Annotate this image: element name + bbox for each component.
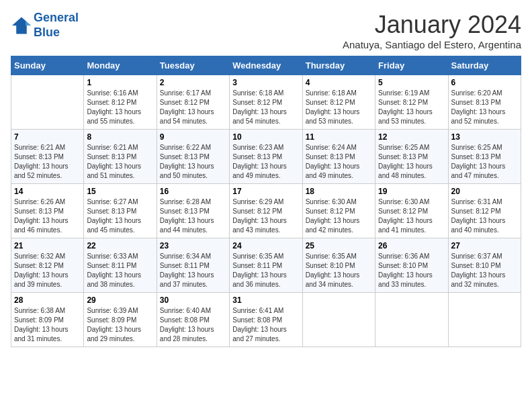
calendar-cell: 5 Sunrise: 6:19 AM Sunset: 8:12 PM Dayli… [375, 75, 448, 130]
logo-icon [11, 16, 32, 35]
day-number: 14 [14, 187, 81, 196]
day-info: Sunrise: 6:30 AM Sunset: 8:12 PM Dayligh… [378, 197, 445, 235]
day-info: Sunrise: 6:36 AM Sunset: 8:10 PM Dayligh… [378, 252, 445, 289]
calendar-cell: 20 Sunrise: 6:31 AM Sunset: 8:12 PM Dayl… [448, 184, 521, 238]
day-number: 4 [306, 78, 372, 87]
day-info: Sunrise: 6:22 AM Sunset: 8:13 PM Dayligh… [160, 143, 226, 181]
calendar-cell: 2 Sunrise: 6:17 AM Sunset: 8:12 PM Dayli… [157, 75, 229, 130]
day-number: 29 [87, 295, 153, 305]
calendar-cell: 30 Sunrise: 6:40 AM Sunset: 8:08 PM Dayl… [157, 293, 229, 347]
calendar-cell: 21 Sunrise: 6:32 AM Sunset: 8:12 PM Dayl… [11, 238, 84, 293]
day-number: 2 [160, 78, 226, 87]
weekday-header-saturday: Saturday [448, 56, 521, 75]
day-info: Sunrise: 6:29 AM Sunset: 8:12 PM Dayligh… [232, 197, 299, 235]
calendar-cell: 16 Sunrise: 6:28 AM Sunset: 8:13 PM Dayl… [157, 184, 229, 238]
calendar-cell: 11 Sunrise: 6:24 AM Sunset: 8:13 PM Dayl… [302, 130, 375, 184]
day-info: Sunrise: 6:17 AM Sunset: 8:12 PM Dayligh… [160, 89, 226, 126]
calendar-cell [302, 293, 375, 347]
calendar-cell: 8 Sunrise: 6:21 AM Sunset: 8:13 PM Dayli… [84, 130, 157, 184]
week-row-1: 1 Sunrise: 6:16 AM Sunset: 8:12 PM Dayli… [11, 75, 521, 130]
day-number: 26 [378, 241, 445, 250]
day-number: 6 [451, 78, 518, 87]
day-info: Sunrise: 6:33 AM Sunset: 8:11 PM Dayligh… [87, 252, 153, 289]
day-info: Sunrise: 6:18 AM Sunset: 8:12 PM Dayligh… [306, 89, 372, 126]
weekday-header-thursday: Thursday [302, 56, 375, 75]
week-row-2: 7 Sunrise: 6:21 AM Sunset: 8:13 PM Dayli… [11, 130, 521, 184]
day-number: 24 [232, 241, 299, 250]
location-subtitle: Anatuya, Santiago del Estero, Argentina [343, 39, 521, 50]
calendar-cell: 10 Sunrise: 6:23 AM Sunset: 8:13 PM Dayl… [230, 130, 302, 184]
calendar-cell [375, 293, 448, 347]
weekday-header-friday: Friday [375, 56, 448, 75]
weekday-header-row: SundayMondayTuesdayWednesdayThursdayFrid… [11, 56, 521, 75]
month-title: January 2024 [343, 11, 521, 39]
calendar-cell: 27 Sunrise: 6:37 AM Sunset: 8:10 PM Dayl… [448, 238, 521, 293]
day-number: 7 [14, 132, 81, 142]
day-number: 1 [87, 78, 153, 87]
day-info: Sunrise: 6:26 AM Sunset: 8:13 PM Dayligh… [14, 197, 81, 235]
calendar-cell: 6 Sunrise: 6:20 AM Sunset: 8:13 PM Dayli… [448, 75, 521, 130]
day-info: Sunrise: 6:37 AM Sunset: 8:10 PM Dayligh… [451, 252, 518, 289]
day-info: Sunrise: 6:23 AM Sunset: 8:13 PM Dayligh… [232, 143, 299, 181]
day-number: 28 [14, 295, 81, 305]
calendar-cell: 15 Sunrise: 6:27 AM Sunset: 8:13 PM Dayl… [84, 184, 157, 238]
day-info: Sunrise: 6:35 AM Sunset: 8:11 PM Dayligh… [232, 252, 299, 289]
calendar-cell: 25 Sunrise: 6:35 AM Sunset: 8:10 PM Dayl… [302, 238, 375, 293]
calendar-cell: 1 Sunrise: 6:16 AM Sunset: 8:12 PM Dayli… [84, 75, 157, 130]
day-info: Sunrise: 6:27 AM Sunset: 8:13 PM Dayligh… [87, 197, 153, 235]
calendar-cell: 14 Sunrise: 6:26 AM Sunset: 8:13 PM Dayl… [11, 184, 84, 238]
day-number: 31 [232, 295, 299, 305]
day-number: 8 [87, 132, 153, 142]
day-info: Sunrise: 6:35 AM Sunset: 8:10 PM Dayligh… [306, 252, 372, 289]
day-number: 11 [306, 132, 372, 142]
weekday-header-monday: Monday [84, 56, 157, 75]
title-block: January 2024 Anatuya, Santiago del Ester… [343, 11, 521, 50]
day-info: Sunrise: 6:25 AM Sunset: 8:13 PM Dayligh… [378, 143, 445, 181]
day-number: 9 [160, 132, 226, 142]
calendar-cell: 28 Sunrise: 6:38 AM Sunset: 8:09 PM Dayl… [11, 293, 84, 347]
day-number: 15 [87, 187, 153, 196]
day-number: 16 [160, 187, 226, 196]
day-number: 13 [451, 132, 518, 142]
logo-text: General Blue [34, 11, 79, 40]
page-header: General Blue January 2024 Anatuya, Santi… [11, 11, 521, 50]
day-info: Sunrise: 6:31 AM Sunset: 8:12 PM Dayligh… [451, 197, 518, 235]
day-info: Sunrise: 6:21 AM Sunset: 8:13 PM Dayligh… [87, 143, 153, 181]
calendar-cell: 3 Sunrise: 6:18 AM Sunset: 8:12 PM Dayli… [230, 75, 302, 130]
day-info: Sunrise: 6:16 AM Sunset: 8:12 PM Dayligh… [87, 89, 153, 126]
day-number: 3 [232, 78, 299, 87]
day-info: Sunrise: 6:40 AM Sunset: 8:08 PM Dayligh… [160, 306, 226, 344]
weekday-header-wednesday: Wednesday [230, 56, 302, 75]
logo: General Blue [11, 11, 79, 40]
calendar-cell: 13 Sunrise: 6:25 AM Sunset: 8:13 PM Dayl… [448, 130, 521, 184]
day-number: 23 [160, 241, 226, 250]
day-number: 20 [451, 187, 518, 196]
day-number: 10 [232, 132, 299, 142]
calendar-cell: 17 Sunrise: 6:29 AM Sunset: 8:12 PM Dayl… [230, 184, 302, 238]
day-number: 19 [378, 187, 445, 196]
calendar-cell: 31 Sunrise: 6:41 AM Sunset: 8:08 PM Dayl… [230, 293, 302, 347]
calendar-cell: 26 Sunrise: 6:36 AM Sunset: 8:10 PM Dayl… [375, 238, 448, 293]
calendar-cell: 19 Sunrise: 6:30 AM Sunset: 8:12 PM Dayl… [375, 184, 448, 238]
day-info: Sunrise: 6:24 AM Sunset: 8:13 PM Dayligh… [306, 143, 372, 181]
calendar-cell: 4 Sunrise: 6:18 AM Sunset: 8:12 PM Dayli… [302, 75, 375, 130]
day-info: Sunrise: 6:25 AM Sunset: 8:13 PM Dayligh… [451, 143, 518, 181]
day-number: 22 [87, 241, 153, 250]
day-number: 5 [378, 78, 445, 87]
weekday-header-tuesday: Tuesday [157, 56, 229, 75]
day-number: 17 [232, 187, 299, 196]
day-number: 12 [378, 132, 445, 142]
calendar-cell: 23 Sunrise: 6:34 AM Sunset: 8:11 PM Dayl… [157, 238, 229, 293]
calendar-cell: 18 Sunrise: 6:30 AM Sunset: 8:12 PM Dayl… [302, 184, 375, 238]
week-row-3: 14 Sunrise: 6:26 AM Sunset: 8:13 PM Dayl… [11, 184, 521, 238]
day-info: Sunrise: 6:34 AM Sunset: 8:11 PM Dayligh… [160, 252, 226, 289]
week-row-4: 21 Sunrise: 6:32 AM Sunset: 8:12 PM Dayl… [11, 238, 521, 293]
day-info: Sunrise: 6:41 AM Sunset: 8:08 PM Dayligh… [232, 306, 299, 344]
day-info: Sunrise: 6:38 AM Sunset: 8:09 PM Dayligh… [14, 306, 81, 344]
weekday-header-sunday: Sunday [11, 56, 84, 75]
day-info: Sunrise: 6:32 AM Sunset: 8:12 PM Dayligh… [14, 252, 81, 289]
calendar-cell [448, 293, 521, 347]
calendar-cell: 22 Sunrise: 6:33 AM Sunset: 8:11 PM Dayl… [84, 238, 157, 293]
calendar-cell: 29 Sunrise: 6:39 AM Sunset: 8:09 PM Dayl… [84, 293, 157, 347]
day-info: Sunrise: 6:21 AM Sunset: 8:13 PM Dayligh… [14, 143, 81, 181]
